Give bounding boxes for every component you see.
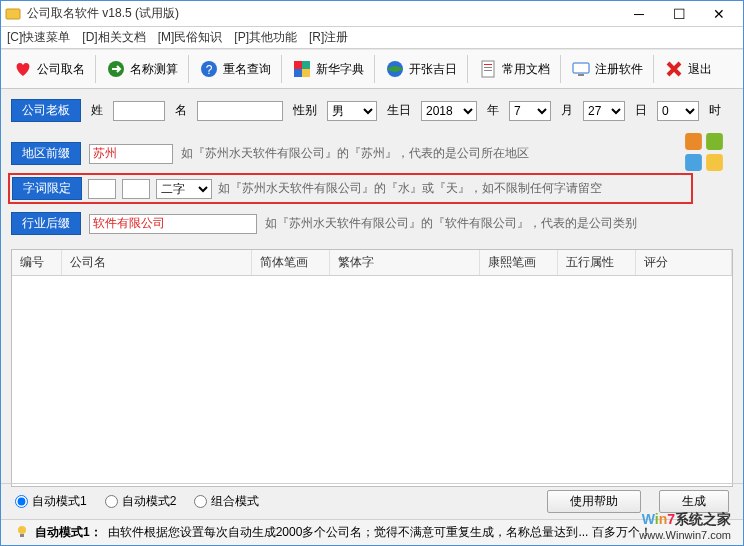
minimize-button[interactable]: ─ xyxy=(619,2,659,26)
month-select[interactable]: 7 xyxy=(509,101,551,121)
tb-dup-check[interactable]: ?重名查询 xyxy=(193,55,277,83)
svg-rect-16 xyxy=(706,133,723,150)
tb-dictionary[interactable]: 新华字典 xyxy=(286,55,370,83)
menu-folk[interactable]: [M]民俗知识 xyxy=(158,29,223,46)
col-score[interactable]: 评分 xyxy=(636,250,732,275)
tb-exit[interactable]: 退出 xyxy=(658,55,718,83)
status-text: 由软件根据您设置每次自动生成2000多个公司名；觉得不满意可重复生成，名称总量达… xyxy=(108,524,652,541)
surname-input[interactable] xyxy=(113,101,165,121)
mode-auto2[interactable]: 自动模式2 xyxy=(105,493,177,510)
tb-company-naming[interactable]: 公司取名 xyxy=(7,55,91,83)
app-icon xyxy=(5,6,21,22)
tb-common-docs[interactable]: 常用文档 xyxy=(472,55,556,83)
results-table[interactable]: 编号 公司名 简体笔画 繁体字 康熙笔画 五行属性 评分 xyxy=(11,249,733,487)
svg-rect-20 xyxy=(20,534,24,537)
col-kangxi[interactable]: 康熙笔画 xyxy=(480,250,558,275)
tb-name-test[interactable]: 名称测算 xyxy=(100,55,184,83)
svg-rect-0 xyxy=(6,9,20,19)
col-name[interactable]: 公司名 xyxy=(62,250,252,275)
col-simp[interactable]: 简体笔画 xyxy=(252,250,330,275)
heart-icon xyxy=(13,59,33,79)
wordlimit-label[interactable]: 字词限定 xyxy=(12,177,82,200)
svg-rect-15 xyxy=(685,133,702,150)
mode-auto1[interactable]: 自动模式1 xyxy=(15,493,87,510)
svg-rect-13 xyxy=(573,63,589,73)
day-select[interactable]: 27 xyxy=(583,101,625,121)
arrow-icon xyxy=(106,59,126,79)
birth-label: 生日 xyxy=(383,102,415,119)
flag-icon xyxy=(292,59,312,79)
svg-rect-18 xyxy=(706,154,723,171)
svg-rect-4 xyxy=(294,61,302,69)
wordlimit-input-2[interactable] xyxy=(122,179,150,199)
question-icon: ? xyxy=(199,59,219,79)
svg-rect-5 xyxy=(302,61,310,69)
status-mode: 自动模式1： xyxy=(35,524,102,541)
surname-label: 姓 xyxy=(87,102,107,119)
menu-docs[interactable]: [D]相关文档 xyxy=(82,29,145,46)
col-trad[interactable]: 繁体字 xyxy=(330,250,480,275)
wordlimit-input-1[interactable] xyxy=(88,179,116,199)
given-label: 名 xyxy=(171,102,191,119)
monitor-icon xyxy=(571,59,591,79)
x-icon xyxy=(664,59,684,79)
window-title: 公司取名软件 v18.5 (试用版) xyxy=(27,5,619,22)
svg-rect-9 xyxy=(482,61,494,77)
globe-icon xyxy=(385,59,405,79)
hour-select[interactable]: 0 xyxy=(657,101,699,121)
bulb-icon xyxy=(15,524,29,541)
svg-rect-11 xyxy=(484,67,492,68)
svg-text:?: ? xyxy=(206,63,213,77)
boss-label[interactable]: 公司老板 xyxy=(11,99,81,122)
suffix-hint: 如『苏州水天软件有限公司』的『软件有限公司』，代表的是公司类别 xyxy=(265,215,637,232)
maximize-button[interactable]: ☐ xyxy=(659,2,699,26)
col-wuxing[interactable]: 五行属性 xyxy=(558,250,636,275)
svg-rect-17 xyxy=(685,154,702,171)
office-icon xyxy=(683,131,725,173)
region-label[interactable]: 地区前缀 xyxy=(11,142,81,165)
suffix-input[interactable] xyxy=(89,214,257,234)
doc-icon xyxy=(478,59,498,79)
year-select[interactable]: 2018 xyxy=(421,101,477,121)
svg-rect-7 xyxy=(302,69,310,77)
gender-select[interactable]: 男 xyxy=(327,101,377,121)
svg-rect-12 xyxy=(484,70,492,71)
svg-rect-10 xyxy=(484,64,492,65)
mode-combo[interactable]: 组合模式 xyxy=(194,493,259,510)
suffix-label[interactable]: 行业后缀 xyxy=(11,212,81,235)
menu-other[interactable]: [P]其他功能 xyxy=(234,29,297,46)
svg-rect-14 xyxy=(578,74,584,76)
menu-register[interactable]: [R]注册 xyxy=(309,29,348,46)
tb-register[interactable]: 注册软件 xyxy=(565,55,649,83)
wordlimit-hint: 如『苏州水天软件有限公司』的『水』或『天』，如不限制任何字请留空 xyxy=(218,180,602,197)
help-button[interactable]: 使用帮助 xyxy=(547,490,641,513)
menu-quick[interactable]: [C]快速菜单 xyxy=(7,29,70,46)
region-input[interactable] xyxy=(89,144,173,164)
watermark: Win7系统之家 www.Winwin7.com xyxy=(639,511,731,541)
col-id[interactable]: 编号 xyxy=(12,250,62,275)
svg-rect-6 xyxy=(294,69,302,77)
tb-lucky-day[interactable]: 开张吉日 xyxy=(379,55,463,83)
svg-point-19 xyxy=(18,526,26,534)
wordlimit-select[interactable]: 二字 xyxy=(156,179,212,199)
close-button[interactable]: ✕ xyxy=(699,2,739,26)
gender-label: 性别 xyxy=(289,102,321,119)
given-input[interactable] xyxy=(197,101,283,121)
generate-button[interactable]: 生成 xyxy=(659,490,729,513)
region-hint: 如『苏州水天软件有限公司』的『苏州』，代表的是公司所在地区 xyxy=(181,145,529,162)
